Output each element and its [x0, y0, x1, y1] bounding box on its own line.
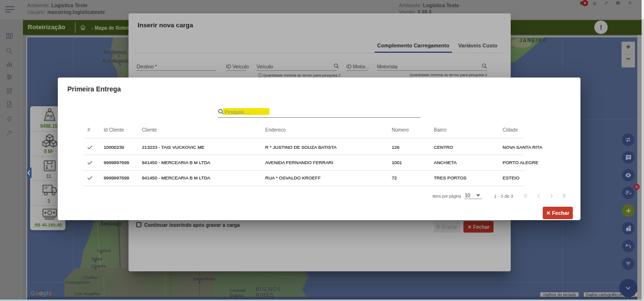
svg-text:Kg: Kg: [47, 113, 53, 118]
